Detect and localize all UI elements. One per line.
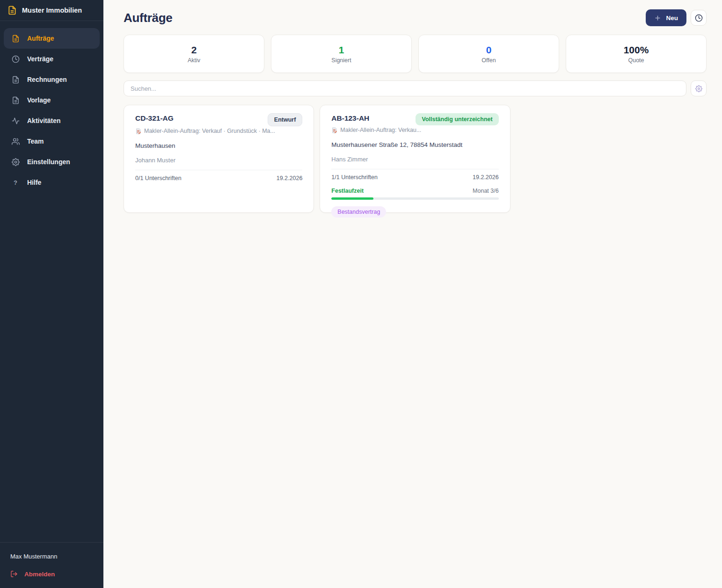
sidebar-item-vorlage[interactable]: Vorlage: [4, 90, 100, 110]
order-contact: Hans Zimmer: [331, 156, 498, 163]
question-icon: ?: [11, 179, 20, 186]
status-badge: Entwurf: [268, 113, 303, 126]
file-text-icon: [11, 76, 20, 84]
sidebar-item-label: Aufträge: [27, 35, 54, 42]
file-text-icon: [11, 35, 20, 43]
order-id: AB-123-AH: [331, 113, 369, 123]
sidebar-item-label: Vorlage: [27, 96, 51, 104]
order-contact: Johann Muster: [135, 157, 302, 164]
page-header: Aufträge Neu: [124, 9, 707, 26]
logout-button[interactable]: Abmelden: [0, 570, 103, 583]
term-progress-fill: [331, 197, 373, 200]
stat-card-quote: 100% Quote: [566, 35, 707, 73]
gear-icon: [11, 158, 20, 166]
sidebar-item-label: Team: [27, 138, 44, 145]
search-row: [124, 80, 707, 96]
sidebar-item-auftraege[interactable]: Aufträge: [4, 28, 100, 49]
card-divider: [331, 169, 498, 169]
sidebar-item-aktivitaeten[interactable]: Aktivitäten: [4, 110, 100, 131]
term-label: Festlaufzeit: [331, 188, 364, 194]
order-id: CD-321-AG: [135, 113, 174, 123]
order-date: 19.2.2026: [473, 174, 499, 181]
sidebar-item-label: Einstellungen: [27, 158, 70, 166]
page-title: Aufträge: [124, 11, 173, 25]
stat-label: Quote: [628, 57, 644, 64]
status-badge: Vollständig unterzeichnet: [416, 113, 498, 125]
memo-document-icon: [331, 127, 337, 133]
gear-icon: [695, 85, 702, 92]
new-button[interactable]: Neu: [646, 9, 686, 26]
order-type-row: Makler-Allein-Auftrag: Verkau...: [331, 127, 498, 133]
history-button[interactable]: [691, 10, 707, 26]
card-divider: [135, 170, 302, 170]
stat-value: 1: [339, 44, 344, 56]
stat-label: Aktiv: [188, 57, 200, 64]
stat-card-signiert: 1 Signiert: [271, 35, 412, 73]
sidebar-footer: Max Mustermann Abmelden: [0, 542, 103, 588]
clock-icon: [695, 14, 703, 22]
new-button-label: Neu: [666, 15, 678, 22]
brand-name: Muster Immobilien: [22, 7, 82, 14]
order-footer: 0/1 Unterschriften 19.2.2026: [135, 175, 302, 181]
order-type-row: Makler-Allein-Auftrag: Verkauf · Grundst…: [135, 128, 302, 134]
clock-icon: [11, 55, 20, 63]
stat-value: 2: [191, 44, 197, 56]
stat-value: 100%: [624, 44, 649, 56]
term-month: Monat 3/6: [473, 188, 499, 194]
file-text-icon: [11, 96, 20, 104]
sidebar-item-label: Hilfe: [27, 179, 41, 186]
search-settings-button[interactable]: [691, 80, 707, 96]
main-content: Aufträge Neu 2 Aktiv 1 Signiert 0: [103, 0, 722, 588]
order-property: Musterhausen: [135, 142, 302, 149]
plus-icon: [654, 15, 661, 22]
orders-grid: CD-321-AG Entwurf Makler-Allein-Auftrag:…: [124, 105, 707, 213]
header-actions: Neu: [646, 9, 707, 26]
user-name: Max Mustermann: [0, 553, 103, 560]
sidebar-item-team[interactable]: Team: [4, 131, 100, 152]
logout-icon: [10, 570, 18, 578]
stat-label: Signiert: [331, 57, 351, 64]
term-row: Festlaufzeit Monat 3/6: [331, 188, 498, 194]
stat-card-aktiv: 2 Aktiv: [124, 35, 264, 73]
activity-icon: [11, 117, 20, 125]
order-footer: 1/1 Unterschriften 19.2.2026: [331, 174, 498, 181]
order-signatures: 0/1 Unterschriften: [135, 175, 182, 181]
sidebar-item-hilfe[interactable]: ? Hilfe: [4, 172, 100, 193]
stats-row: 2 Aktiv 1 Signiert 0 Offen 100% Quote: [124, 35, 707, 73]
sidebar-item-rechnungen[interactable]: Rechnungen: [4, 69, 100, 90]
order-date: 19.2.2026: [277, 175, 303, 181]
order-card-cd-321-ag[interactable]: CD-321-AG Entwurf Makler-Allein-Auftrag:…: [124, 105, 314, 213]
order-type-text: Makler-Allein-Auftrag: Verkauf · Grundst…: [144, 128, 275, 134]
order-property: Musterhausener Straße 12, 78854 Musterst…: [331, 141, 498, 148]
order-card-ab-123-ah[interactable]: AB-123-AH Vollständig unterzeichnet Makl…: [320, 105, 510, 213]
brand-document-icon: [7, 6, 17, 15]
order-type-text: Makler-Allein-Auftrag: Verkau...: [340, 127, 421, 133]
sidebar-item-label: Verträge: [27, 55, 53, 63]
users-icon: [11, 138, 20, 145]
sidebar-item-label: Rechnungen: [27, 76, 67, 83]
stat-label: Offen: [481, 57, 496, 64]
order-signatures: 1/1 Unterschriften: [331, 174, 378, 181]
order-card-header: AB-123-AH Vollständig unterzeichnet: [331, 113, 498, 125]
sidebar-item-label: Aktivitäten: [27, 117, 61, 124]
order-card-header: CD-321-AG Entwurf: [135, 113, 302, 126]
sidebar-item-vertraege[interactable]: Verträge: [4, 49, 100, 69]
sidebar-nav: Aufträge Verträge Rechnungen Vorlage Akt…: [0, 21, 103, 200]
search-input[interactable]: [124, 80, 686, 96]
stat-value: 0: [486, 44, 492, 56]
logout-label: Abmelden: [24, 571, 55, 578]
sidebar: Muster Immobilien Aufträge Verträge Rech…: [0, 0, 103, 588]
memo-document-icon: [135, 128, 141, 134]
sidebar-item-einstellungen[interactable]: Einstellungen: [4, 152, 100, 172]
brand: Muster Immobilien: [0, 0, 103, 21]
term-progress-bar: [331, 197, 498, 200]
contract-tag-badge: Bestandsvertrag: [331, 206, 386, 218]
stat-card-offen: 0 Offen: [418, 35, 559, 73]
